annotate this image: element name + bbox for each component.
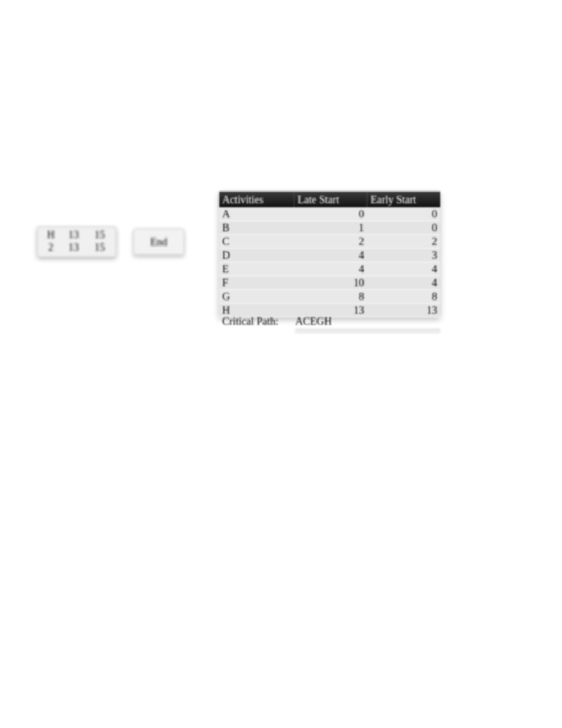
critical-path-row: Critical Path: ACEGH	[222, 315, 440, 332]
node-h-es: 13	[61, 228, 87, 241]
cell-early-start: 2	[367, 235, 440, 249]
critical-path-value: ACEGH	[295, 315, 332, 327]
cell-activity: D	[219, 249, 294, 262]
table-header-row: Activities Late Start Early Start	[219, 192, 440, 207]
header-early-start: Early Start	[367, 192, 440, 207]
table-row: E44	[219, 262, 440, 276]
table-row: B10	[219, 221, 440, 235]
critical-path-underline	[295, 329, 440, 332]
header-late-start: Late Start	[294, 192, 367, 207]
end-node-label: End	[150, 236, 167, 248]
critical-path-label: Critical Path:	[222, 315, 295, 332]
schedule-table: Activities Late Start Early Start A00B10…	[219, 192, 440, 317]
cell-late-start: 2	[294, 235, 367, 249]
cell-late-start: 10	[294, 276, 367, 290]
cell-early-start: 3	[367, 249, 440, 262]
cell-activity: B	[219, 221, 294, 235]
activity-node-table: H 13 15 2 13 15	[41, 228, 113, 253]
cell-activity: G	[219, 290, 294, 304]
table-row: G88	[219, 290, 440, 304]
node-h-ls: 13	[61, 241, 87, 253]
cell-late-start: 0	[294, 207, 367, 221]
node-h-duration: 2	[41, 241, 61, 253]
cell-early-start: 4	[367, 262, 440, 276]
cell-early-start: 0	[367, 207, 440, 221]
table-row: A00	[219, 207, 440, 221]
table-row: F104	[219, 276, 440, 290]
critical-path-value-wrap: ACEGH	[295, 315, 440, 332]
cell-late-start: 4	[294, 262, 367, 276]
cell-early-start: 8	[367, 290, 440, 304]
schedule-table-container: Activities Late Start Early Start A00B10…	[219, 192, 440, 317]
cell-early-start: 4	[367, 276, 440, 290]
node-h-label: H	[41, 228, 61, 241]
cell-activity: C	[219, 235, 294, 249]
end-node: End	[133, 229, 184, 255]
node-h-lf: 15	[87, 241, 113, 253]
cell-activity: E	[219, 262, 294, 276]
cell-late-start: 1	[294, 221, 367, 235]
cell-activity: A	[219, 207, 294, 221]
node-h-ef: 15	[87, 228, 113, 241]
activity-node-h: H 13 15 2 13 15	[37, 226, 116, 257]
table-row: D43	[219, 249, 440, 262]
header-activities: Activities	[219, 192, 294, 207]
cell-early-start: 0	[367, 221, 440, 235]
cell-activity: F	[219, 276, 294, 290]
cell-late-start: 4	[294, 249, 367, 262]
cell-late-start: 8	[294, 290, 367, 304]
table-row: C22	[219, 235, 440, 249]
